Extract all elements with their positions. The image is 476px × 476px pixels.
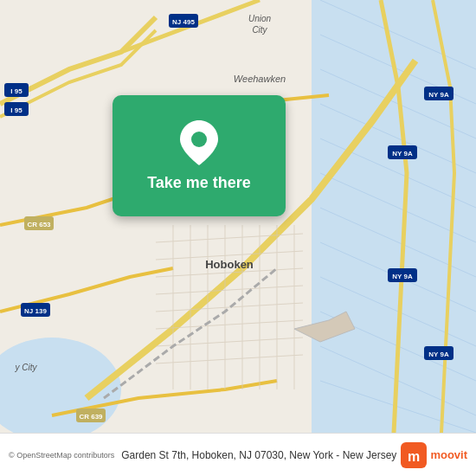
svg-text:NY 9A: NY 9A <box>392 150 413 158</box>
svg-text:I 95: I 95 <box>10 87 23 95</box>
map-background: I 95 I 95 NJ 495 CR 501 CR 653 NJ 139 CR… <box>0 0 476 433</box>
take-me-there-card[interactable]: Take me there <box>113 95 286 216</box>
moovit-logo-section[interactable]: m moovit <box>401 442 467 468</box>
bottom-bar: © OpenStreetMap contributors Garden St 7… <box>0 433 476 476</box>
address-section: © OpenStreetMap contributors Garden St 7… <box>9 449 401 461</box>
svg-text:Hoboken: Hoboken <box>205 258 254 271</box>
svg-text:Weehawken: Weehawken <box>234 74 286 84</box>
take-me-there-button-label: Take me there <box>147 174 251 192</box>
moovit-label: moovit <box>430 448 467 461</box>
svg-text:NY 9A: NY 9A <box>428 351 449 358</box>
svg-text:NY 9A: NY 9A <box>392 273 413 280</box>
svg-text:m: m <box>408 449 420 464</box>
svg-text:NY 9A: NY 9A <box>428 91 449 99</box>
osm-attribution[interactable]: © OpenStreetMap contributors <box>9 451 114 460</box>
location-pin-icon <box>180 120 218 165</box>
svg-text:CR 653: CR 653 <box>27 221 51 228</box>
svg-text:NJ 495: NJ 495 <box>172 18 195 26</box>
address-text: Garden St 7th, Hoboken, NJ 07030, New Yo… <box>121 449 396 461</box>
svg-point-58 <box>191 132 207 147</box>
svg-text:CR 639: CR 639 <box>79 413 103 421</box>
svg-text:y City: y City <box>15 363 38 372</box>
svg-text:NJ 139: NJ 139 <box>24 307 47 315</box>
svg-text:Union: Union <box>248 14 272 23</box>
svg-text:City: City <box>252 25 267 35</box>
moovit-icon: m <box>401 442 427 468</box>
map-container: I 95 I 95 NJ 495 CR 501 CR 653 NJ 139 CR… <box>0 0 476 433</box>
svg-text:I 95: I 95 <box>10 106 23 114</box>
